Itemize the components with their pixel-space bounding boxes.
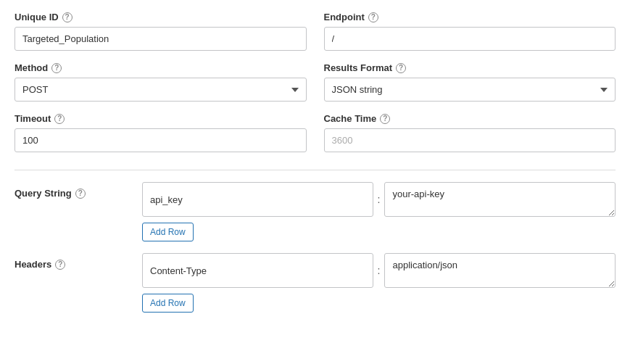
headers-help-icon[interactable]: ? — [55, 260, 65, 270]
headers-add-row-label: Add Row — [150, 298, 186, 308]
results-format-label: Results Format ? — [324, 62, 616, 73]
cache-time-input[interactable] — [324, 128, 616, 152]
group-results-format: Results Format ? JSON string Array Strin… — [324, 62, 616, 102]
query-string-label: Query String ? — [14, 188, 130, 199]
unique-id-input[interactable] — [14, 27, 307, 51]
method-label: Method ? — [14, 62, 307, 73]
api-form: Unique ID ? Endpoint ? Method ? POST GET… — [14, 12, 616, 324]
headers-separator-0: : — [373, 253, 385, 288]
query-string-value-0[interactable]: your-api-key — [384, 182, 616, 217]
group-unique-id: Unique ID ? — [14, 12, 307, 51]
headers-label-text: Headers — [14, 259, 51, 270]
headers-value-0[interactable]: application/json — [384, 253, 616, 288]
method-label-text: Method — [14, 62, 48, 73]
endpoint-label-text: Endpoint — [324, 12, 365, 22]
endpoint-label: Endpoint ? — [324, 12, 616, 22]
headers-content: : application/json Add Row — [142, 253, 616, 313]
timeout-input[interactable] — [14, 128, 307, 152]
method-help-icon[interactable]: ? — [51, 63, 62, 73]
section-divider — [14, 170, 616, 170]
cache-time-label: Cache Time ? — [324, 113, 616, 124]
group-endpoint: Endpoint ? — [324, 12, 616, 51]
unique-id-help-icon[interactable]: ? — [62, 12, 72, 22]
query-string-help-icon[interactable]: ? — [75, 189, 86, 199]
query-string-label-text: Query String — [14, 188, 72, 199]
headers-key-0[interactable] — [142, 253, 373, 288]
headers-section: Headers ? : application/json Add Row — [14, 253, 616, 313]
group-timeout: Timeout ? — [14, 113, 307, 152]
query-string-row-0: : your-api-key — [142, 182, 616, 217]
headers-add-row-button[interactable]: Add Row — [142, 294, 194, 313]
cache-time-label-text: Cache Time — [324, 113, 377, 124]
row-timeout-cache: Timeout ? Cache Time ? — [14, 113, 616, 152]
row-unique-id-endpoint: Unique ID ? Endpoint ? — [14, 12, 616, 51]
timeout-help-icon[interactable]: ? — [54, 114, 65, 124]
query-string-content: : your-api-key Add Row — [142, 182, 616, 241]
query-string-key-0[interactable] — [142, 182, 373, 217]
endpoint-input[interactable] — [324, 27, 616, 51]
headers-label: Headers ? — [14, 259, 130, 270]
results-format-label-text: Results Format — [324, 62, 393, 73]
group-cache-time: Cache Time ? — [324, 113, 616, 152]
endpoint-help-icon[interactable]: ? — [368, 12, 378, 22]
query-string-add-row-button[interactable]: Add Row — [142, 223, 194, 241]
query-string-separator-0: : — [373, 182, 385, 217]
query-string-label-col: Query String ? — [14, 182, 130, 199]
query-string-add-row-label: Add Row — [150, 227, 186, 237]
cache-time-help-icon[interactable]: ? — [380, 114, 390, 124]
results-format-help-icon[interactable]: ? — [396, 63, 406, 73]
results-format-select[interactable]: JSON string Array String — [324, 78, 616, 102]
unique-id-label-text: Unique ID — [14, 12, 59, 22]
method-select[interactable]: POST GET PUT DELETE PATCH — [14, 78, 307, 102]
timeout-label-text: Timeout — [14, 113, 51, 124]
headers-label-col: Headers ? — [14, 253, 130, 270]
timeout-label: Timeout ? — [14, 113, 307, 124]
unique-id-label: Unique ID ? — [14, 12, 307, 22]
query-string-section: Query String ? : your-api-key Add Row — [14, 182, 616, 241]
headers-row-0: : application/json — [142, 253, 616, 288]
row-method-results: Method ? POST GET PUT DELETE PATCH Resul… — [14, 62, 616, 102]
group-method: Method ? POST GET PUT DELETE PATCH — [14, 62, 307, 102]
